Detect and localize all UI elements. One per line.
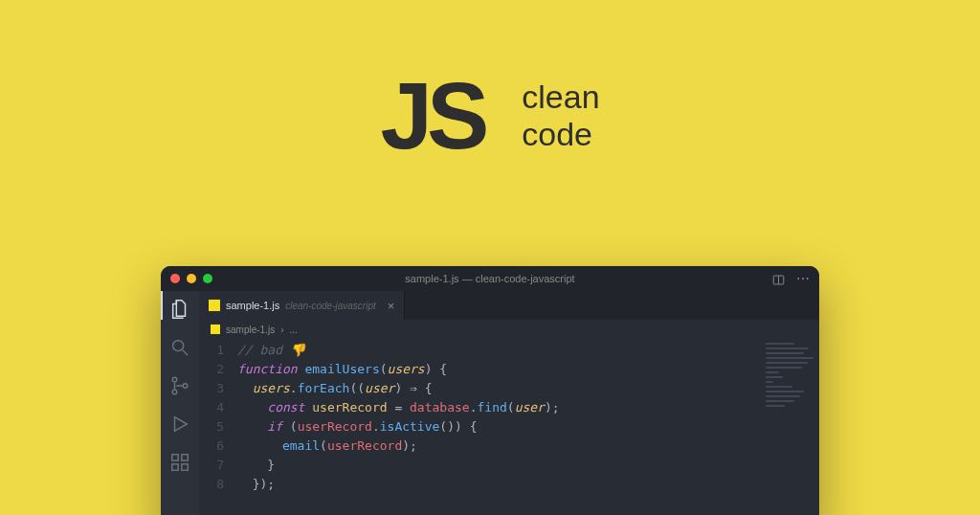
breadcrumb[interactable]: sample-1.js › ...: [199, 320, 819, 339]
svg-marker-7: [175, 417, 188, 432]
svg-point-6: [183, 384, 188, 389]
breadcrumb-sep: ›: [280, 325, 283, 335]
hero-banner: JS clean code: [0, 0, 980, 163]
line-number: 4: [199, 398, 224, 417]
js-file-icon: [209, 300, 220, 311]
line-number: 8: [199, 475, 224, 494]
minimap-line: [766, 347, 809, 349]
maximize-window-icon[interactable]: [203, 274, 212, 283]
svg-point-5: [172, 390, 177, 394]
code-line[interactable]: }: [237, 456, 819, 475]
code-line[interactable]: function emailUsers(users) {: [237, 360, 819, 379]
tagline-line-2: code: [522, 116, 599, 153]
line-number: 6: [199, 437, 224, 456]
minimap-line: [766, 357, 813, 359]
active-indicator: [161, 291, 163, 320]
minimap-line: [766, 352, 804, 354]
window-controls: [170, 274, 212, 283]
titlebar: sample-1.js — clean-code-javascript ⋯: [161, 266, 819, 291]
more-actions-icon[interactable]: ⋯: [796, 271, 810, 286]
tab-bar: sample-1.js clean-code-javascript ×: [199, 291, 819, 320]
minimap-line: [766, 367, 802, 369]
breadcrumb-rest: ...: [289, 325, 297, 335]
js-file-icon: [211, 325, 220, 334]
minimap-line: [766, 343, 794, 345]
code-line[interactable]: email(userRecord);: [237, 437, 819, 456]
split-editor-icon[interactable]: [772, 273, 785, 285]
tab-sample-1[interactable]: sample-1.js clean-code-javascript ×: [199, 291, 405, 320]
close-window-icon[interactable]: [170, 274, 180, 283]
line-number: 7: [199, 456, 224, 475]
code-editor[interactable]: 12345678 // bad 👎function emailUsers(use…: [199, 339, 819, 515]
editor-body: sample-1.js clean-code-javascript × samp…: [161, 291, 819, 515]
editor-window: sample-1.js — clean-code-javascript ⋯: [161, 266, 819, 515]
minimap[interactable]: [766, 343, 813, 477]
code-line[interactable]: if (userRecord.isActive()) {: [237, 417, 819, 437]
line-number: 1: [199, 341, 224, 360]
line-number: 3: [199, 379, 224, 398]
minimap-line: [766, 391, 804, 392]
minimap-line: [766, 386, 792, 388]
minimize-window-icon[interactable]: [187, 274, 196, 283]
minimap-line: [766, 362, 808, 364]
svg-point-4: [172, 377, 177, 382]
minimap-line: [766, 405, 785, 407]
extensions-icon[interactable]: [169, 452, 190, 473]
line-number-gutter: 12345678: [199, 341, 237, 515]
svg-point-2: [173, 341, 184, 351]
minimap-line: [766, 371, 779, 373]
minimap-line: [766, 395, 800, 397]
files-icon[interactable]: [169, 299, 190, 320]
line-number: 2: [199, 360, 224, 379]
js-logo: JS: [380, 69, 483, 163]
code-line[interactable]: // bad 👎: [237, 341, 819, 360]
line-number: 5: [199, 417, 224, 437]
code-line[interactable]: const userRecord = database.find(user);: [237, 398, 819, 417]
minimap-line: [766, 400, 794, 402]
minimap-line: [766, 376, 783, 378]
breadcrumb-filename: sample-1.js: [226, 325, 275, 335]
tagline-line-1: clean: [522, 78, 599, 116]
svg-line-3: [183, 350, 189, 356]
window-title: sample-1.js — clean-code-javascript: [161, 273, 819, 284]
activity-bar: [161, 291, 199, 515]
tab-filename: sample-1.js: [226, 300, 279, 311]
tab-folder: clean-code-javascript: [285, 301, 376, 311]
svg-rect-10: [172, 464, 178, 470]
svg-rect-11: [182, 464, 188, 470]
code-content[interactable]: // bad 👎function emailUsers(users) { use…: [237, 341, 819, 515]
svg-rect-8: [172, 455, 178, 460]
titlebar-actions: ⋯: [772, 271, 810, 286]
svg-rect-9: [182, 455, 188, 460]
code-line[interactable]: });: [237, 475, 819, 494]
source-control-icon[interactable]: [169, 375, 190, 396]
minimap-line: [766, 381, 773, 383]
run-debug-icon[interactable]: [169, 414, 190, 435]
close-tab-icon[interactable]: ×: [388, 299, 395, 313]
editor-main: sample-1.js clean-code-javascript × samp…: [199, 291, 819, 515]
hero-tagline: clean code: [522, 78, 599, 153]
code-line[interactable]: users.forEach((user) ⇒ {: [237, 379, 819, 398]
search-icon[interactable]: [169, 337, 190, 358]
